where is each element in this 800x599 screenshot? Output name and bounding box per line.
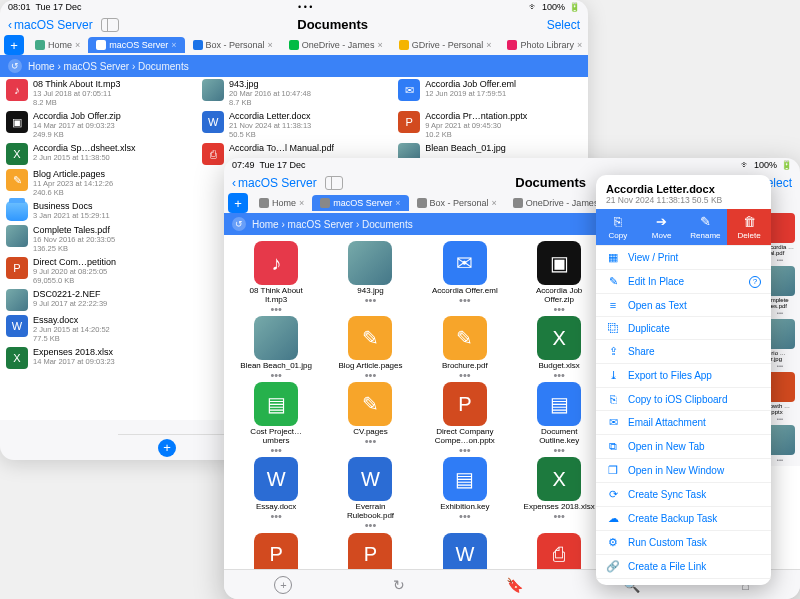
more-icon[interactable]: •••: [777, 416, 783, 422]
ctx-action-delete[interactable]: 🗑Delete: [727, 209, 771, 245]
grid-item[interactable]: Blean Beach_01.jpg•••: [230, 316, 322, 378]
more-icon[interactable]: •••: [459, 373, 471, 379]
list-item[interactable]: DSC0221-2.NEF9 Jul 2017 at 22:22:39: [6, 289, 196, 311]
close-icon[interactable]: ×: [492, 198, 497, 208]
close-icon[interactable]: ×: [486, 40, 491, 50]
more-icon[interactable]: •••: [777, 310, 783, 316]
more-icon[interactable]: •••: [365, 373, 377, 379]
grid-item[interactable]: ✎Brochure.pdf•••: [419, 316, 511, 378]
ctx-menu-item[interactable]: ⤓Export to Files App: [596, 363, 771, 387]
list-item[interactable]: PDirect Com…petition9 Jul 2020 at 08:25:…: [6, 257, 196, 285]
tab[interactable]: Photo Library×: [499, 37, 588, 53]
grid-item[interactable]: XExpenses 2018.xlsx•••: [513, 457, 605, 528]
more-icon[interactable]: •••: [553, 307, 565, 313]
more-icon[interactable]: •••: [553, 448, 565, 454]
tab[interactable]: OneDrive - James×: [281, 37, 391, 53]
more-icon[interactable]: •••: [365, 523, 377, 529]
ctx-menu-item[interactable]: ✉Email Attachment: [596, 410, 771, 434]
ctx-menu-item[interactable]: ✎Edit In Place?: [596, 269, 771, 293]
breadcrumb-item[interactable]: Documents: [362, 219, 413, 230]
list-item[interactable]: 943.jpg20 Mar 2016 at 10:47:488.7 KB: [202, 79, 392, 107]
more-icon[interactable]: •••: [553, 373, 565, 379]
more-icon[interactable]: •••: [365, 439, 377, 445]
grid-item[interactable]: ▤Exhibition.key•••: [419, 457, 511, 528]
view-toggle-icon[interactable]: [101, 18, 119, 32]
add-button[interactable]: +: [158, 439, 176, 457]
breadcrumb-item[interactable]: Documents: [138, 61, 189, 72]
tab[interactable]: GDrive - Personal×: [391, 37, 500, 53]
close-icon[interactable]: ×: [75, 40, 80, 50]
new-tab-button[interactable]: +: [228, 193, 248, 213]
ctx-menu-item[interactable]: ⟳Create Sync Task: [596, 482, 771, 506]
breadcrumb-item[interactable]: Home: [252, 219, 279, 230]
help-icon[interactable]: ?: [749, 276, 761, 288]
tab[interactable]: Box - Personal×: [409, 195, 505, 211]
grid-item[interactable]: 943.jpg•••: [324, 241, 416, 312]
list-item[interactable]: ▣Accordia Job Offer.zip14 Mar 2017 at 09…: [6, 111, 196, 139]
list-item[interactable]: ✉Accordia Job Offer.eml12 Jun 2019 at 17…: [398, 79, 588, 107]
breadcrumb-item[interactable]: macOS Server: [64, 61, 130, 72]
history-icon[interactable]: ↺: [8, 59, 22, 73]
grid-item[interactable]: ▤Cost Project…umbers•••: [230, 382, 322, 453]
close-icon[interactable]: ×: [268, 40, 273, 50]
close-icon[interactable]: ×: [299, 198, 304, 208]
new-tab-button[interactable]: +: [4, 35, 24, 55]
list-item[interactable]: WAccordia Letter.docx21 Nov 2024 at 11:3…: [202, 111, 392, 139]
bookmark-icon[interactable]: 🔖: [506, 577, 523, 593]
grid-item[interactable]: PDirect Company Compe…on.pptx•••: [419, 382, 511, 453]
ctx-action-move[interactable]: ➔Move: [640, 209, 684, 245]
ctx-menu-item[interactable]: ⚙Run Custom Task: [596, 530, 771, 554]
ctx-menu-item[interactable]: ❐Open in New Window: [596, 458, 771, 482]
tab[interactable]: macOS Server×: [312, 195, 408, 211]
history-icon[interactable]: ↺: [232, 217, 246, 231]
back-button[interactable]: ‹macOS Server: [232, 176, 317, 190]
breadcrumb-item[interactable]: Home: [28, 61, 55, 72]
breadcrumb-item[interactable]: macOS Server: [288, 219, 354, 230]
grid-item[interactable]: ✉Accordia Offer.eml•••: [419, 241, 511, 312]
grid-item[interactable]: ♪08 Think About It.mp3•••: [230, 241, 322, 312]
more-icon[interactable]: •••: [459, 514, 471, 520]
grid-item[interactable]: ✎CV.pages•••: [324, 382, 416, 453]
view-toggle-icon[interactable]: [325, 176, 343, 190]
ctx-menu-item[interactable]: ⇪Share: [596, 339, 771, 363]
ctx-menu-item[interactable]: ⎘Copy to iOS Clipboard: [596, 387, 771, 410]
more-icon[interactable]: •••: [553, 514, 565, 520]
list-item[interactable]: XAccordia Sp…dsheet.xlsx2 Jun 2015 at 11…: [6, 143, 196, 165]
ctx-menu-item[interactable]: ◯Add Voice Shortcut: [596, 578, 771, 585]
ctx-action-rename[interactable]: ✎Rename: [684, 209, 728, 245]
ctx-menu-item[interactable]: ▦View / Print: [596, 245, 771, 269]
more-icon[interactable]: •••: [270, 373, 282, 379]
ctx-menu-item[interactable]: 🔗Create a File Link: [596, 554, 771, 578]
select-button[interactable]: Select: [547, 18, 580, 32]
more-icon[interactable]: •••: [459, 298, 471, 304]
list-item[interactable]: ♪08 Think About It.mp313 Jul 2018 at 07:…: [6, 79, 196, 107]
refresh-icon[interactable]: ↻: [393, 577, 405, 593]
more-icon[interactable]: •••: [459, 448, 471, 454]
close-icon[interactable]: ×: [377, 40, 382, 50]
grid-item[interactable]: WEverrain Rulebook.pdf•••: [324, 457, 416, 528]
more-icon[interactable]: •••: [777, 363, 783, 369]
more-icon[interactable]: •••: [777, 257, 783, 263]
more-icon[interactable]: •••: [270, 448, 282, 454]
list-item[interactable]: WEssay.docx2 Jun 2015 at 14:20:5277.5 KB: [6, 315, 196, 343]
list-item[interactable]: Complete Tales.pdf16 Nov 2016 at 20:33:0…: [6, 225, 196, 253]
tab[interactable]: macOS Server×: [88, 37, 184, 53]
close-icon[interactable]: ×: [171, 40, 176, 50]
more-icon[interactable]: •••: [365, 298, 377, 304]
ctx-menu-item[interactable]: ☁Create Backup Task: [596, 506, 771, 530]
grid-item[interactable]: WEssay.docx•••: [230, 457, 322, 528]
more-icon[interactable]: •••: [270, 514, 282, 520]
list-item[interactable]: XExpenses 2018.xlsx14 Mar 2017 at 09:03:…: [6, 347, 196, 369]
ctx-menu-item[interactable]: ≡Open as Text: [596, 293, 771, 316]
ctx-action-copy[interactable]: ⎘Copy: [596, 209, 640, 245]
back-button[interactable]: ‹macOS Server: [8, 18, 93, 32]
ctx-menu-item[interactable]: ⿻Duplicate: [596, 316, 771, 339]
grid-item[interactable]: ▣Accordia Job Offer.zip•••: [513, 241, 605, 312]
ctx-menu-item[interactable]: ⧉Open in New Tab: [596, 434, 771, 458]
close-icon[interactable]: ×: [395, 198, 400, 208]
list-item[interactable]: ✎Blog Article.pages11 Apr 2023 at 14:12:…: [6, 169, 196, 197]
list-item[interactable]: PAccordia Pr…ntation.pptx9 Apr 2021 at 0…: [398, 111, 588, 139]
grid-item[interactable]: XBudget.xlsx•••: [513, 316, 605, 378]
list-item[interactable]: Business Docs3 Jan 2021 at 15:29:11: [6, 201, 196, 221]
more-icon[interactable]: •••: [777, 457, 783, 463]
